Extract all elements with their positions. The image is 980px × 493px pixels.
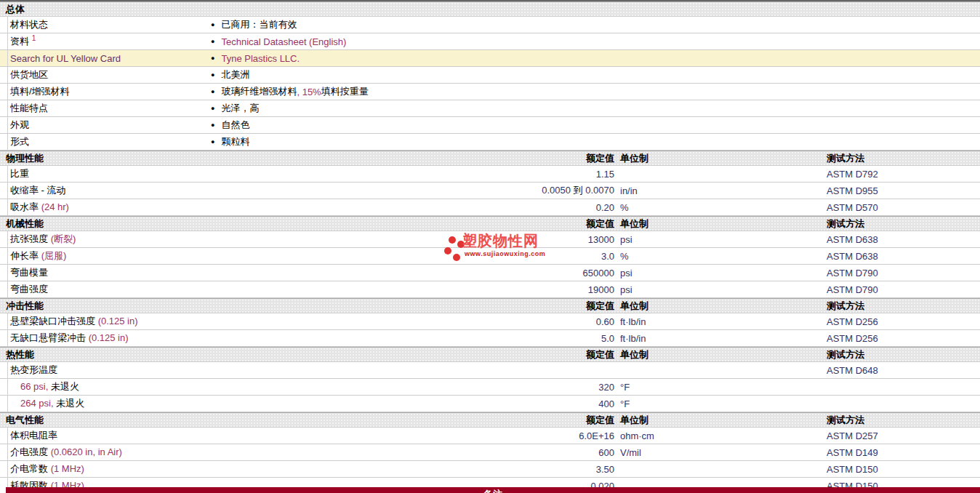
name-text: 热变形温度 [10,364,57,375]
property-method: ASTM D256 [827,333,980,344]
property-unit: ohm·cm [614,430,827,441]
name-text: 抗张强度 [10,233,51,244]
section-header: 热性能额定值单位制测试方法 [0,347,980,362]
name-text: (24 hr) [41,201,69,212]
value-text: 0.0070 [583,185,614,196]
column-header-unit: 单位制 [614,152,827,165]
property-row: 体积电阻率6.0E+16ohm·cmASTM D257 [0,428,980,444]
column-header-unit: 单位制 [614,348,827,361]
property-unit: psi [614,284,827,295]
property-name: 弯曲模量 [0,266,502,279]
name-text: (0.0620 in, in Air) [51,446,122,457]
property-value: 6.0E+16 [502,430,614,441]
value-text: 0.0050 [542,185,573,196]
general-row: 资料 1●Technical Datasheet (English) [0,33,980,50]
column-header-value: 额定值 [502,300,614,313]
property-name: 66 psi, 未退火 [0,380,502,393]
property-value: 1.15 [502,169,614,180]
bullet-icon: ● [211,89,214,95]
property-method: ASTM D955 [827,185,980,196]
property-unit: psi [614,268,827,278]
value-text: 400 [598,398,614,409]
general-row-value: ●已商用：当前有效 [211,18,980,31]
supplier-link[interactable]: Tyne Plastics LLC. [221,53,300,64]
property-row: 收缩率 - 流动0.0050 到 0.0070in/inASTM D955 [0,183,980,199]
property-method: ASTM D790 [827,284,980,295]
ul-yellow-card-link[interactable]: Search for UL Yellow Card [10,53,121,64]
property-unit: °F [614,398,827,409]
property-row: 弯曲模量650000psiASTM D790 [0,265,980,281]
bullet-icon: ● [211,39,214,45]
name-text: 比重 [10,168,29,179]
value-text: 自然色 [221,119,249,132]
value-text: , 15% [297,87,321,97]
section-title: 冲击性能 [0,300,502,313]
property-method: ASTM D638 [827,234,980,245]
name-text: 无缺口悬臂梁冲击 [10,332,89,343]
property-unit: psi [614,234,827,245]
value-text: 13000 [588,234,614,245]
property-method: ASTM D256 [827,316,980,327]
section-header: 机械性能额定值单位制测试方法 [0,216,980,231]
value-text: 600 [598,447,614,458]
value-text: 到 [574,185,583,196]
name-text: (屈服) [41,250,67,261]
bullet-icon: ● [211,72,214,79]
property-row: 吸水率 (24 hr)0.20%ASTM D570 [0,199,980,216]
property-name: 悬壁梁缺口冲击强度 (0.125 in) [0,315,502,328]
name-text: 悬壁梁缺口冲击强度 [10,316,98,326]
property-name: 吸水率 (24 hr) [0,201,502,214]
general-row-label: 供货地区 [0,68,211,81]
value-text: 0.60 [596,316,614,327]
value-text: 3.50 [596,464,614,475]
technical-datasheet-link[interactable]: Technical Datasheet (English) [221,36,346,47]
property-row: 抗张强度 (断裂)13000psiASTM D638 [0,231,980,248]
footer-label: 备注 [483,489,502,493]
section-title: 物理性能 [0,152,502,165]
property-method: ASTM D638 [827,251,980,262]
value-text: 19000 [588,284,614,295]
general-row-label: 填料/增强材料 [0,85,211,98]
property-method: ASTM D648 [827,365,980,376]
property-name: 热变形温度 [0,364,502,377]
name-text: (0.125 in) [89,332,129,343]
section-header: 冲击性能额定值单位制测试方法 [0,298,980,313]
property-name: 伸长率 (屈服) [0,249,502,262]
value-text: 颗粒料 [221,135,249,148]
name-text: 弯曲模量 [10,267,48,278]
name-text: 未退火 [48,381,79,392]
column-header-unit: 单位制 [614,414,827,427]
label-text: 资料 [10,36,32,47]
section-title: 电气性能 [0,414,502,427]
bullet-icon: ● [211,105,214,112]
label-text: 供货地区 [10,69,48,80]
name-text: (0.125 in) [98,316,138,326]
property-row: 无缺口悬臂梁冲击 (0.125 in)5.0ft·lb/inASTM D256 [0,330,980,347]
property-method: ASTM D570 [827,202,980,213]
property-unit: % [614,202,827,213]
column-header-value: 额定值 [502,348,614,361]
property-name: 抗张强度 (断裂) [0,233,502,246]
value-text: 6.0E+16 [579,430,614,441]
general-row-value: ●自然色 [211,119,980,132]
property-value: 3.50 [502,464,614,475]
section-header: 物理性能额定值单位制测试方法 [0,151,980,166]
general-row-label: 性能特点 [0,102,211,115]
column-header-value: 额定值 [502,152,614,165]
name-text: 收缩率 - 流动 [10,185,66,196]
property-row: 264 psi, 未退火400°F [0,396,980,412]
general-row-value: ●北美洲 [211,68,980,81]
column-header-method: 测试方法 [827,217,980,231]
property-method: ASTM D792 [827,169,980,180]
property-unit: °F [614,382,827,393]
name-text: 弯曲强度 [10,284,48,294]
property-name: 264 psi, 未退火 [0,397,502,410]
general-row-label: 材料状态 [0,18,211,31]
general-row: 材料状态●已商用：当前有效 [0,17,980,33]
general-row-value: ●Technical Datasheet (English) [211,36,980,47]
property-method: ASTM D257 [827,430,980,441]
property-value: 600 [502,447,614,458]
bullet-icon: ● [211,122,214,129]
property-value: 650000 [502,268,614,278]
value-text: 650000 [583,268,614,278]
